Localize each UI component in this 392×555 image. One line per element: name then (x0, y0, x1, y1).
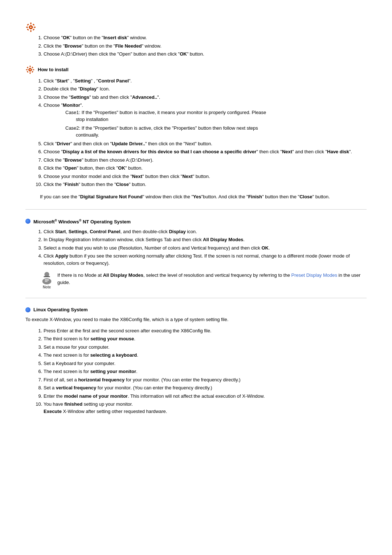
list-item: Choose "OK" button on the "Insert disk" … (44, 34, 367, 41)
linux-steps-list: Press Enter at the first and the second … (44, 327, 367, 415)
list-item: Choose your monitor model and click the … (44, 173, 367, 180)
how-to-install-header: How to install (25, 65, 367, 74)
gear-icon-top (25, 22, 36, 33)
how-to-install-section: How to install Click "Start" , "Setting"… (25, 65, 367, 201)
how-to-install-list: Click "Start" , "Setting" , "Control Pan… (44, 77, 367, 188)
list-item: Click "Driver" and then click on "Update… (44, 140, 367, 147)
svg-rect-4 (34, 27, 36, 28)
note-text: If there is no Mode at All Display Modes… (57, 270, 367, 286)
list-item: The third screen is for setting your mou… (44, 335, 367, 343)
list-item: You have finished setting up your monito… (44, 401, 367, 415)
list-item: Choose the "Settings" tab and then click… (44, 94, 367, 101)
svg-rect-5 (27, 24, 29, 26)
list-item: Click the "Finish" button then the "Clos… (44, 181, 367, 188)
gear-icon-how-to-install (25, 65, 35, 74)
list-item: In Display Registration Information wind… (44, 236, 367, 243)
how-to-install-title: How to install (38, 67, 69, 72)
blue-dot-icon-linux (25, 307, 30, 312)
top-section: Choose "OK" button on the "Insert disk" … (25, 22, 367, 58)
list-item: First of all, set a horizontal frequency… (44, 376, 367, 384)
svg-point-22 (44, 272, 49, 277)
microsoft-section: Microsoft® Windows® NT Operating System … (25, 218, 367, 289)
svg-rect-25 (45, 280, 49, 281)
linux-section-header: Linux Operating System (25, 307, 367, 312)
list-item: Click the "Browse" button on the "File N… (44, 42, 367, 50)
svg-rect-17 (32, 66, 33, 68)
list-item: The next screen is for selecting a keybo… (44, 352, 367, 359)
linux-section: Linux Operating System To execute X-Wind… (25, 307, 367, 415)
list-item: Click the "Open" button, then click "OK"… (44, 165, 367, 172)
svg-rect-19 (32, 71, 33, 73)
list-item: Choose A:(D:\Driver) then click the "Ope… (44, 50, 367, 58)
microsoft-section-title: Microsoft® Windows® NT Operating System (33, 218, 131, 224)
list-item: Press Enter at the first and the second … (44, 327, 367, 335)
list-item: Set a mouse for your computer. (44, 344, 367, 351)
svg-rect-26 (45, 281, 48, 282)
svg-point-10 (30, 27, 32, 28)
svg-rect-2 (30, 30, 32, 32)
svg-rect-18 (27, 71, 29, 73)
divider-2 (25, 298, 367, 298)
svg-rect-6 (33, 24, 35, 26)
case1: Case1: If the "Properties" button is ina… (65, 109, 367, 123)
svg-point-21 (29, 69, 30, 70)
list-item: The next screen is for setting your moni… (44, 368, 367, 375)
list-item: Click Apply button if you see the screen… (44, 252, 367, 267)
list-item: Click Start, Settings, Control Panel, an… (44, 228, 367, 235)
list-item: Enter the model name of your monitor. Th… (44, 393, 367, 400)
microsoft-steps-list: Click Start, Settings, Control Panel, an… (44, 228, 367, 267)
list-item: Choose "Display a list of the known driv… (44, 148, 367, 155)
preset-display-modes-link[interactable]: Preset Display Modes (291, 272, 337, 278)
list-item: Double click the "Display" Icon. (44, 85, 367, 93)
divider-1 (25, 209, 367, 210)
list-item: Select a mode that you wish to use (Reso… (44, 244, 367, 252)
digital-signature-note: If you can see the "Digital Signature No… (40, 193, 352, 201)
list-item: Click "Start" , "Setting" , "Control Pan… (44, 77, 367, 85)
microsoft-section-header: Microsoft® Windows® NT Operating System (25, 218, 367, 224)
top-steps-list: Choose "OK" button on the "Insert disk" … (44, 34, 367, 58)
svg-rect-14 (26, 69, 28, 70)
linux-intro-text: To execute X-Window, you need to make th… (25, 316, 367, 324)
blue-dot-icon-microsoft (25, 219, 30, 224)
svg-rect-15 (33, 69, 34, 70)
svg-rect-24 (45, 279, 49, 280)
svg-rect-1 (30, 23, 32, 24)
list-item: Set a Keyboard for your computer. (44, 360, 367, 367)
svg-rect-12 (30, 65, 31, 67)
linux-section-title: Linux Operating System (33, 307, 88, 312)
svg-rect-16 (27, 66, 29, 68)
note-block: Note If there is no Mode at All Display … (40, 270, 367, 289)
svg-rect-13 (30, 72, 31, 73)
list-item: Click the "Browse" button then choose A:… (44, 157, 367, 164)
list-item: Set a vertical frequency for your monito… (44, 384, 367, 392)
svg-rect-27 (44, 276, 50, 277)
list-item: Choose "Monitor". Case1: If the "Propert… (44, 102, 367, 139)
svg-rect-8 (33, 29, 35, 31)
svg-rect-7 (27, 29, 29, 31)
svg-rect-3 (26, 27, 28, 28)
note-icon (40, 271, 54, 285)
case2: Case2: If the "Properties" button is act… (65, 125, 367, 139)
